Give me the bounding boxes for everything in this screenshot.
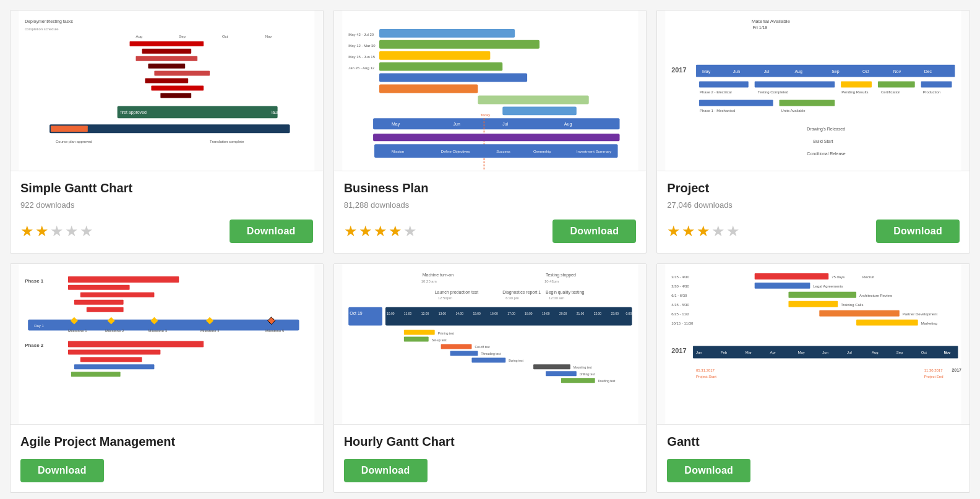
svg-rect-27 xyxy=(379,74,527,82)
svg-text:Priming test: Priming test xyxy=(437,331,454,335)
card-body-simple-gantt: Simple Gantt Chart 922 downloads xyxy=(11,171,323,220)
svg-rect-19 xyxy=(51,126,88,132)
svg-text:Today: Today xyxy=(480,113,490,117)
svg-text:15:00: 15:00 xyxy=(473,312,481,315)
svg-text:3/30 - 4/30: 3/30 - 4/30 xyxy=(672,284,690,288)
card-body-gantt: Gantt xyxy=(657,425,969,459)
svg-text:Sep: Sep xyxy=(832,69,840,74)
download-button-project[interactable]: Download xyxy=(876,220,960,243)
svg-text:Sep: Sep xyxy=(179,35,186,38)
card-title-hourly-gantt: Hourly Gantt Chart xyxy=(344,435,637,449)
star-icon: ★ xyxy=(35,223,49,240)
svg-text:Set-up test: Set-up test xyxy=(431,338,447,342)
card-body-agile-project: Agile Project Management xyxy=(11,425,323,459)
svg-rect-64 xyxy=(841,82,872,88)
svg-text:Phase 1: Phase 1 xyxy=(25,278,44,284)
card-hourly-gantt: Machine turn-on 10:25 am Testing stopped… xyxy=(333,263,647,493)
svg-text:Oct: Oct xyxy=(921,351,927,354)
svg-text:Deployment/testing tasks: Deployment/testing tasks xyxy=(25,19,73,24)
svg-text:Knurling test: Knurling test xyxy=(598,379,615,383)
svg-text:Jul: Jul xyxy=(502,122,508,126)
svg-text:2017: 2017 xyxy=(672,66,687,74)
card-preview-simple-gantt: Deployment/testing tasks completion sche… xyxy=(11,11,323,171)
download-button-simple-gantt[interactable]: Download xyxy=(230,220,313,243)
svg-text:75 days: 75 days xyxy=(832,275,845,279)
svg-text:May 12 - Mar 30: May 12 - Mar 30 xyxy=(348,44,376,48)
download-count: 81,288 downloads xyxy=(344,200,637,210)
card-preview-gantt: 3/15 - 4/30 75 days Recruit 3/30 - 4/30 … xyxy=(657,264,969,425)
svg-rect-72 xyxy=(699,100,773,106)
card-footer-business-plan: ★★★★★ Download xyxy=(334,220,647,253)
svg-text:Threading test: Threading test xyxy=(481,352,501,356)
svg-rect-163 xyxy=(820,310,900,317)
svg-text:Build Start: Build Start xyxy=(814,139,833,143)
svg-text:21:00: 21:00 xyxy=(576,312,584,315)
svg-text:Milestone 2: Milestone 2 xyxy=(105,329,124,333)
svg-rect-42 xyxy=(373,134,619,141)
card-title-gantt: Gantt xyxy=(667,435,960,449)
svg-text:Cut-off test: Cut-off test xyxy=(475,345,490,349)
svg-text:12:00: 12:00 xyxy=(421,312,429,315)
star-icon: ★ xyxy=(20,223,34,240)
card-preview-agile-project: Phase 1 Day 1 Phase 2 Milest xyxy=(11,264,323,425)
svg-text:Phase 2: Phase 2 xyxy=(25,343,44,348)
svg-text:Investment Summary: Investment Summary xyxy=(576,150,611,153)
download-button-hourly-gantt[interactable]: Download xyxy=(344,459,428,482)
svg-text:19:00: 19:00 xyxy=(542,312,550,315)
svg-text:Aug: Aug xyxy=(872,351,879,354)
svg-rect-154 xyxy=(755,283,810,289)
svg-text:23:00: 23:00 xyxy=(611,312,619,315)
svg-rect-133 xyxy=(404,330,435,335)
svg-text:Legal Agreements: Legal Agreements xyxy=(814,284,843,288)
svg-text:Partner Development: Partner Development xyxy=(903,312,938,316)
card-business-plan: May 42 - Jul 20 May 12 - Mar 30 May 15 -… xyxy=(333,10,647,254)
star-icon: ★ xyxy=(711,223,725,240)
svg-text:Drawing's Released: Drawing's Released xyxy=(807,127,846,132)
star-icon: ★ xyxy=(726,223,740,240)
svg-text:Nov: Nov xyxy=(893,69,901,74)
svg-text:Aug: Aug xyxy=(564,122,572,127)
card-footer-gantt: Download xyxy=(657,459,969,492)
svg-rect-98 xyxy=(71,372,121,377)
card-footer-project: ★★★★★ Download xyxy=(657,220,969,253)
svg-text:Units Available: Units Available xyxy=(781,109,806,113)
svg-text:2017: 2017 xyxy=(952,368,962,372)
card-simple-gantt: Deployment/testing tasks completion sche… xyxy=(10,10,324,254)
svg-text:22:00: 22:00 xyxy=(593,312,601,315)
card-preview-hourly-gantt: Machine turn-on 10:25 am Testing stopped… xyxy=(334,264,647,425)
svg-text:May: May xyxy=(392,122,400,127)
card-project: Material Available Fri 1/18 2017 May Jun… xyxy=(656,10,970,254)
svg-text:Aug: Aug xyxy=(136,35,143,38)
star-rating: ★★★★★ xyxy=(344,223,417,240)
svg-rect-95 xyxy=(68,349,160,354)
card-body-hourly-gantt: Hourly Gantt Chart xyxy=(334,425,647,459)
svg-text:10:00: 10:00 xyxy=(387,312,395,315)
svg-rect-84 xyxy=(74,300,124,305)
svg-rect-25 xyxy=(379,51,490,60)
svg-text:launch: launch xyxy=(272,110,285,114)
svg-rect-139 xyxy=(450,351,478,356)
svg-text:Translation complete: Translation complete xyxy=(210,140,244,143)
svg-text:Mission: Mission xyxy=(392,150,404,153)
star-icon: ★ xyxy=(80,223,93,240)
svg-rect-150 xyxy=(755,273,829,279)
star-icon: ★ xyxy=(359,223,372,240)
svg-rect-7 xyxy=(130,41,204,46)
svg-rect-65 xyxy=(878,82,915,88)
download-button-agile-project[interactable]: Download xyxy=(20,459,104,482)
svg-rect-26 xyxy=(379,62,502,71)
svg-text:Jun: Jun xyxy=(733,69,740,74)
card-agile-project: Phase 1 Day 1 Phase 2 Milest xyxy=(10,263,324,493)
svg-rect-82 xyxy=(68,285,130,290)
svg-rect-160 xyxy=(789,301,838,307)
svg-text:Testing Completed: Testing Completed xyxy=(758,90,788,94)
svg-rect-74 xyxy=(780,100,835,106)
download-button-gantt[interactable]: Download xyxy=(667,459,750,482)
svg-text:10:43pm: 10:43pm xyxy=(544,279,559,283)
svg-text:10:25 am: 10:25 am xyxy=(421,279,436,283)
svg-text:Launch production test: Launch production test xyxy=(434,290,478,295)
download-button-business-plan[interactable]: Download xyxy=(552,220,636,243)
svg-text:12:50pm: 12:50pm xyxy=(437,296,452,300)
svg-text:Drilling test: Drilling test xyxy=(579,372,595,376)
svg-text:Milestone 5: Milestone 5 xyxy=(265,329,285,333)
